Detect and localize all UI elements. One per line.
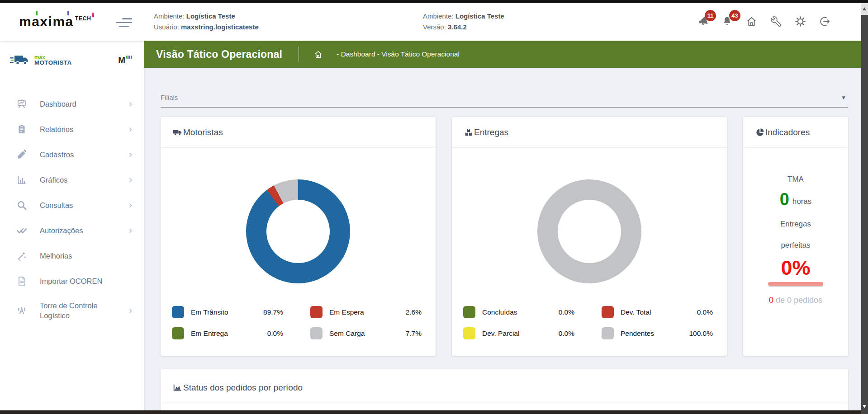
legend-item: Pendentes 100.0% xyxy=(602,327,716,339)
maxima-tech-logo: maximaTECH xyxy=(19,14,94,29)
sidebar-item-label: Melhorias xyxy=(40,251,132,261)
sidebar-item-label: Autorizações xyxy=(40,226,129,235)
sidebar-item-autorizacoes[interactable]: Autorizações › xyxy=(0,218,144,243)
sidebar-item-label: Importar OCOREN xyxy=(40,276,132,286)
notifications-button[interactable]: 43 xyxy=(721,15,734,28)
logo-accent-green xyxy=(36,11,38,15)
sidebar-item-cadastros[interactable]: Cadastros › xyxy=(0,142,144,167)
bar-chart-icon xyxy=(16,174,28,186)
logout-button[interactable] xyxy=(818,15,831,28)
orders-count-rest: de 0 pedidos xyxy=(773,296,822,305)
scrollbar-down-arrow[interactable] xyxy=(863,405,866,408)
dropdown-arrow-icon: ▼ xyxy=(841,94,846,101)
perfect-deliveries-line1: Entregas xyxy=(780,220,811,229)
indicadores-body: TMA 0 horas Entregas perfeitas 0% 0 de 0… xyxy=(743,175,848,305)
chevron-right-icon: › xyxy=(129,151,132,158)
legend-label: Em Espera xyxy=(329,308,384,316)
mini-logo-tick-green xyxy=(126,56,128,59)
page-titlebar: Visão Tático Operacional - Dashboard - V… xyxy=(144,41,861,68)
wrench-icon xyxy=(770,16,782,28)
perfect-deliveries-percent: 0% xyxy=(781,258,810,278)
packages-icon xyxy=(464,127,474,137)
filiais-select[interactable]: Filiais ▼ xyxy=(161,94,848,108)
legend-swatch xyxy=(602,306,614,318)
versao-value: 3.64.2 xyxy=(448,23,467,31)
sidebar-item-label: Relatórios xyxy=(40,124,129,134)
dashboard-icon xyxy=(16,98,28,110)
legend-item: Em Entrega 0.0% xyxy=(172,327,286,339)
legend-label: Dev. Parcial xyxy=(482,329,537,338)
sidebar-item-label: Cadastros xyxy=(40,150,129,160)
legend-item: Sem Carga 7.7% xyxy=(310,327,424,339)
pencil-icon xyxy=(16,149,28,160)
legend-value: 0.0% xyxy=(697,308,716,316)
legend-swatch xyxy=(602,327,614,339)
max-motorista-logo: max MOTORISTA M xyxy=(0,41,144,80)
tools-button[interactable] xyxy=(769,15,783,28)
legend-swatch xyxy=(463,306,475,318)
motoristas-chart-area xyxy=(161,179,436,283)
status-pedidos-card-header: Status dos pedidos por período xyxy=(161,369,848,404)
motoristas-card-header: Motoristas xyxy=(161,117,436,148)
perfect-deliveries-progress-bar xyxy=(768,282,823,286)
legend-item: Em Trânsito 89.7% xyxy=(172,306,286,318)
app-window: maximaTECH Ambiente: Logística Teste Usu… xyxy=(0,0,868,414)
titlebar-divider xyxy=(299,46,299,62)
announcements-count-badge: 11 xyxy=(705,10,716,21)
breadcrumb-home-link[interactable] xyxy=(313,50,323,59)
maxima-mini-logo: M xyxy=(118,55,132,65)
entregas-chart-area xyxy=(452,179,727,283)
page-title: Visão Tático Operacional xyxy=(156,48,282,61)
legend-value: 0.0% xyxy=(267,329,286,338)
scrollbar-thumb[interactable] xyxy=(861,15,868,414)
sidebar-toggle-button[interactable] xyxy=(116,18,132,27)
environment-version-info: Ambiente: Logística Teste Versão: 3.64.2 xyxy=(423,11,504,33)
legend-value: 7.7% xyxy=(406,329,424,338)
document-icon xyxy=(16,275,28,287)
legend-label: Sem Carga xyxy=(329,329,384,338)
sidebar-item-graficos[interactable]: Gráficos › xyxy=(0,167,144,193)
entregas-donut-chart xyxy=(537,179,641,283)
scrollbar-up-arrow[interactable] xyxy=(863,7,866,10)
ambiente-label: Ambiente: xyxy=(154,12,185,20)
card-title: Motoristas xyxy=(183,127,223,137)
legend-swatch xyxy=(172,306,184,318)
main-content: Filiais ▼ Motoristas xyxy=(144,68,861,410)
legend-swatch xyxy=(310,306,323,318)
settings-button[interactable] xyxy=(794,15,807,28)
legend-item: Dev. Total 0.0% xyxy=(602,306,716,318)
chevron-right-icon: › xyxy=(129,227,132,234)
sidebar-item-relatorios[interactable]: Relatórios › xyxy=(0,117,144,142)
chevron-right-icon: › xyxy=(129,100,132,108)
breadcrumb: - Dashboard - Visão Tático Operacional xyxy=(337,50,460,58)
double-check-icon xyxy=(16,225,28,236)
sidebar-item-melhorias[interactable]: Melhorias xyxy=(0,243,144,268)
filiais-label: Filiais xyxy=(161,94,178,101)
legend-value: 2.6% xyxy=(406,308,424,316)
sidebar-item-consultas[interactable]: Consultas › xyxy=(0,193,144,218)
legend-swatch xyxy=(463,327,475,339)
sidebar: max MOTORISTA M Dashboard › xyxy=(0,41,144,410)
chevron-right-icon: › xyxy=(129,307,132,314)
logo-accent-pink xyxy=(92,13,94,17)
pie-chart-icon xyxy=(755,127,765,137)
perfect-deliveries-line2: perfeitas xyxy=(781,241,810,250)
mini-logo-tick-pink xyxy=(131,56,132,59)
motoristas-legend: Em Trânsito 89.7% Em Espera 2.6% Em Entr… xyxy=(161,306,436,339)
sidebar-item-torre-de-controle[interactable]: Torre de Controle Logístico › xyxy=(0,294,144,327)
gear-icon xyxy=(794,15,806,28)
tma-unit: horas xyxy=(792,197,812,206)
legend-value: 100.0% xyxy=(689,329,716,338)
chevron-right-icon: › xyxy=(129,126,132,133)
sidebar-item-dashboard[interactable]: Dashboard › xyxy=(0,91,144,117)
legend-label: Concluídas xyxy=(482,308,537,316)
home-button[interactable] xyxy=(745,15,758,28)
page-scrollbar[interactable] xyxy=(861,3,868,414)
announcements-button[interactable]: 11 xyxy=(696,15,709,28)
truck-icon xyxy=(172,127,183,137)
home-icon xyxy=(745,15,758,28)
sidebar-item-importar-ocoren[interactable]: Importar OCOREN xyxy=(0,268,144,294)
home-icon xyxy=(313,50,323,59)
dashboard-cards-row: Motoristas Em Trânsito 89.7% Em Espera 2… xyxy=(161,117,848,356)
sidebar-item-label: Torre de Controle Logístico xyxy=(40,301,129,320)
